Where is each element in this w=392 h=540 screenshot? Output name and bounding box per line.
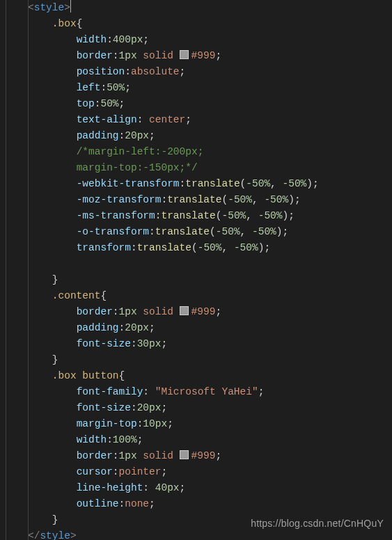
code-line[interactable] <box>28 256 392 272</box>
code-line[interactable]: } <box>28 352 392 368</box>
code-line[interactable]: /*margin-left:-200px; <box>28 144 392 160</box>
code-line[interactable]: -ms-transform:translate(-50%, -50%); <box>28 208 392 224</box>
code-line[interactable]: -moz-transform:translate(-50%, -50%); <box>28 192 392 208</box>
code-line[interactable]: font-size:30px; <box>28 336 392 352</box>
code-line[interactable]: transform:translate(-50%, -50%); <box>28 240 392 256</box>
code-line[interactable]: border:1px solid #999; <box>28 304 392 320</box>
watermark: https://blog.csdn.net/CnHQuY <box>251 516 384 532</box>
code-line[interactable]: cursor:pointer; <box>28 464 392 480</box>
code-line[interactable]: padding:20px; <box>28 128 392 144</box>
code-line[interactable]: .box{ <box>28 16 392 32</box>
code-line[interactable]: left:50%; <box>28 80 392 96</box>
code-line[interactable]: border:1px solid #999; <box>28 448 392 464</box>
code-line[interactable]: } <box>28 272 392 288</box>
code-line[interactable]: padding:20px; <box>28 320 392 336</box>
code-line[interactable]: top:50%; <box>28 96 392 112</box>
code-line[interactable]: .content{ <box>28 288 392 304</box>
code-line[interactable]: margin-top:-150px;*/ <box>28 160 392 176</box>
code-line[interactable]: border:1px solid #999; <box>28 48 392 64</box>
code-line[interactable]: margin-top:10px; <box>28 416 392 432</box>
code-line[interactable]: text-align: center; <box>28 112 392 128</box>
code-line[interactable]: <style> <box>28 0 392 16</box>
code-line[interactable]: -o-transform:translate(-50%, -50%); <box>28 224 392 240</box>
indent-guide <box>28 0 29 540</box>
code-editor[interactable]: <style> .box{ width:400px; border:1px so… <box>0 0 392 540</box>
code-line[interactable]: width:400px; <box>28 32 392 48</box>
code-line[interactable]: .box button{ <box>28 368 392 384</box>
code-line[interactable]: line-height: 40px; <box>28 480 392 496</box>
code-line[interactable]: outline:none; <box>28 496 392 512</box>
code-line[interactable]: position:absolute; <box>28 64 392 80</box>
code-line[interactable]: font-family: "Microsoft YaHei"; <box>28 384 392 400</box>
code-line[interactable]: width:100%; <box>28 432 392 448</box>
code-line[interactable]: font-size:20px; <box>28 400 392 416</box>
code-line[interactable]: -webkit-transform:translate(-50%, -50%); <box>28 176 392 192</box>
